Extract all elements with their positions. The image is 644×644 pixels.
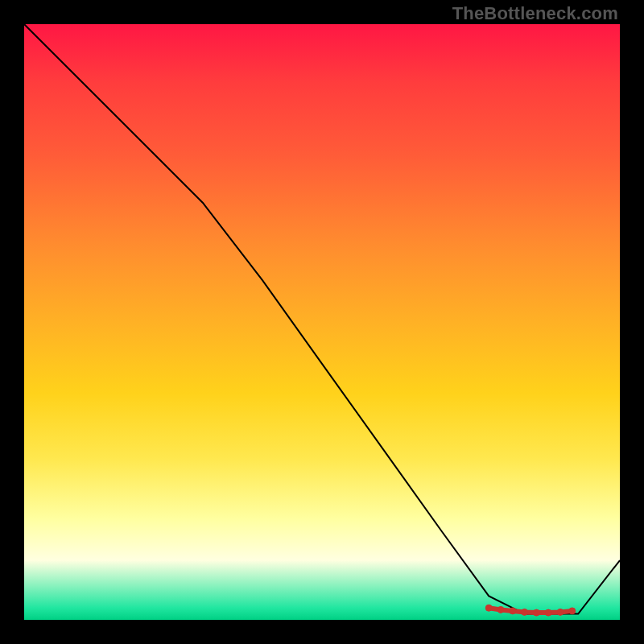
marker-dot [557, 609, 564, 615]
marker-dot [497, 606, 504, 613]
marker-dot [522, 609, 528, 615]
line-series [24, 24, 620, 614]
marker-cluster [485, 605, 576, 616]
chart-overlay [24, 24, 620, 620]
watermark-text: TheBottleneck.com [452, 3, 618, 24]
marker-dot [533, 609, 539, 616]
marker-dot [485, 605, 492, 611]
marker-dot [569, 608, 576, 614]
marker-dot [545, 609, 551, 616]
marker-dot [510, 608, 516, 614]
chart-frame: TheBottleneck.com [0, 0, 644, 644]
